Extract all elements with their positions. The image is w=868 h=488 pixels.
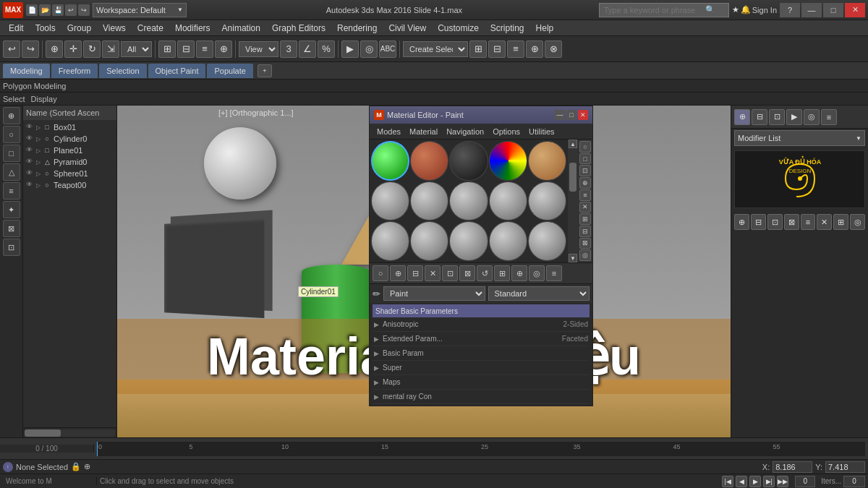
- mat-btn-make[interactable]: ⊕: [511, 265, 527, 281]
- menu-graph-editors[interactable]: Graph Editors: [266, 20, 331, 36]
- mat-btn-sphere[interactable]: ○: [373, 265, 388, 281]
- mat-scrollbar-thumb[interactable]: [569, 163, 576, 192]
- right-action-6[interactable]: ✕: [817, 214, 832, 230]
- timeline-track[interactable]: 0 5 10 15 25 35 45 55: [97, 442, 865, 456]
- x-field[interactable]: [773, 461, 812, 473]
- motion-icon[interactable]: ▶: [786, 109, 802, 125]
- mat-standard-dropdown[interactable]: Standard: [488, 286, 590, 301]
- signin-btn[interactable]: Sign In: [752, 6, 777, 14]
- minimize-btn[interactable]: —: [801, 3, 822, 17]
- play-first-btn[interactable]: |◀: [722, 476, 733, 487]
- select-btn[interactable]: ⊕: [46, 40, 63, 58]
- close-btn[interactable]: ✕: [845, 3, 865, 17]
- filter-dropdown[interactable]: All: [121, 41, 152, 57]
- mat-param-anisotropic[interactable]: ▶ Anisotropic 2-Sided: [373, 317, 590, 332]
- tab-populate[interactable]: Populate: [207, 64, 252, 78]
- modify-icon[interactable]: ⊟: [752, 109, 767, 125]
- redo-icon[interactable]: ↪: [78, 4, 90, 16]
- tab-object-paint[interactable]: Object Paint: [148, 64, 206, 78]
- mat-sphere-gray-9[interactable]: [489, 221, 527, 261]
- mat-btn-assign[interactable]: ⊠: [459, 265, 475, 281]
- mirror-btn[interactable]: ⊟: [177, 40, 195, 58]
- mat-tool-3[interactable]: ⊡: [579, 165, 591, 176]
- search-bar[interactable]: 🔍: [599, 3, 729, 17]
- mat-sphere-gray-7[interactable]: [410, 221, 448, 261]
- tree-item-pyramid[interactable]: 👁 ▷ △ Pyramid0: [25, 156, 115, 168]
- tree-item-cylinder0[interactable]: 👁 ▷ ○ Cylinder0: [25, 133, 115, 145]
- open-icon[interactable]: 📂: [39, 4, 51, 16]
- mat-param-maps[interactable]: ▶ Maps: [373, 375, 590, 390]
- play-next-btn[interactable]: ▶|: [763, 476, 775, 487]
- tab-modeling[interactable]: Modeling: [3, 64, 50, 78]
- mat-menu-utilities[interactable]: Utilities: [524, 126, 558, 137]
- menu-civil-view[interactable]: Civil View: [383, 20, 432, 36]
- mat-sphere-brick[interactable]: [410, 141, 448, 181]
- mat-btn-bg[interactable]: ≡: [546, 265, 562, 281]
- display-option[interactable]: Display: [31, 95, 57, 103]
- bell-icon[interactable]: 🔔: [741, 5, 751, 14]
- selection-dropdown[interactable]: Create Selection S: [403, 41, 468, 57]
- hscroll-thumb[interactable]: [25, 429, 61, 437]
- right-action-2[interactable]: ⊟: [751, 214, 766, 230]
- menu-group[interactable]: Group: [61, 20, 97, 36]
- menu-views[interactable]: Views: [97, 20, 132, 36]
- mat-tool-2[interactable]: □: [579, 153, 591, 165]
- help-btn[interactable]: ?: [780, 3, 800, 17]
- mat-sphere-gray-10[interactable]: [528, 221, 566, 261]
- play-btn[interactable]: ▶: [749, 476, 761, 487]
- extra-btn-5[interactable]: ⊗: [545, 40, 562, 58]
- star-icon[interactable]: ★: [732, 5, 739, 14]
- left-tool-6[interactable]: ✦: [3, 201, 20, 218]
- scroll-down-btn[interactable]: ▼: [569, 254, 577, 262]
- right-action-5[interactable]: ≡: [801, 214, 816, 230]
- left-tool-1[interactable]: ⊕: [3, 107, 20, 124]
- play-prev-btn[interactable]: ◀: [736, 476, 747, 487]
- abc-btn[interactable]: ABC: [379, 40, 396, 58]
- create-icon[interactable]: ⊕: [734, 109, 750, 125]
- more-tabs-btn[interactable]: +: [258, 64, 272, 77]
- mat-paint-dropdown[interactable]: Paint: [383, 286, 485, 301]
- tree-item-plane01[interactable]: 👁 ▷ □ Plane01: [25, 145, 115, 156]
- frame-input[interactable]: [795, 476, 815, 487]
- mat-tool-1[interactable]: ○: [579, 141, 591, 153]
- mat-param-mental-ray[interactable]: ▶ mental ray Con: [373, 390, 590, 404]
- mat-tool-9[interactable]: ⊠: [579, 238, 591, 249]
- mat-sphere-green[interactable]: [371, 141, 409, 181]
- modifier-list-dropdown[interactable]: Modifier List: [734, 130, 865, 146]
- save-icon[interactable]: 💾: [52, 4, 64, 16]
- tree-item-teapot[interactable]: 👁 ▷ ○ Teapot00: [25, 179, 115, 191]
- tab-freeform[interactable]: Freeform: [51, 64, 98, 78]
- tab-selection[interactable]: Selection: [99, 64, 146, 78]
- mat-menu-options[interactable]: Options: [488, 126, 524, 137]
- mat-btn-del[interactable]: ✕: [425, 265, 441, 281]
- mat-sphere-gray-5[interactable]: [528, 181, 566, 221]
- render-btn[interactable]: ▶: [341, 40, 359, 58]
- undo-btn[interactable]: ↩: [3, 40, 20, 58]
- mat-tool-5[interactable]: ≡: [579, 189, 591, 201]
- new-icon[interactable]: 📄: [26, 4, 38, 16]
- extra-btn-1[interactable]: ⊞: [469, 40, 487, 58]
- extra-btn-2[interactable]: ⊟: [488, 40, 506, 58]
- mat-menu-modes[interactable]: Modes: [373, 126, 405, 137]
- utilities-icon[interactable]: ≡: [821, 109, 837, 125]
- redo-btn[interactable]: ↪: [22, 40, 39, 58]
- search-input[interactable]: [604, 6, 705, 14]
- percent-snap[interactable]: %: [318, 40, 335, 58]
- mat-tool-4[interactable]: ⊕: [579, 177, 591, 189]
- extra-btn-4[interactable]: ⊕: [526, 40, 543, 58]
- mat-btn-reset[interactable]: ↺: [477, 265, 493, 281]
- menu-create[interactable]: Create: [132, 20, 169, 36]
- mat-sphere-colorful[interactable]: [489, 141, 527, 181]
- y-field[interactable]: [825, 461, 865, 473]
- mat-sphere-tan[interactable]: [528, 141, 566, 181]
- align-btn[interactable]: ≡: [196, 40, 213, 58]
- mat-tool-7[interactable]: ⊞: [579, 213, 591, 225]
- right-action-3[interactable]: ⊡: [767, 214, 783, 230]
- menu-animation[interactable]: Animation: [216, 20, 266, 36]
- scale-btn[interactable]: ⇲: [102, 40, 119, 58]
- snap-btn[interactable]: ⊞: [158, 40, 176, 58]
- right-action-8[interactable]: ◎: [850, 214, 865, 230]
- layer-btn[interactable]: ⊕: [215, 40, 232, 58]
- mat-param-super[interactable]: ▶ Super: [373, 361, 590, 375]
- menu-tools[interactable]: Tools: [30, 20, 61, 36]
